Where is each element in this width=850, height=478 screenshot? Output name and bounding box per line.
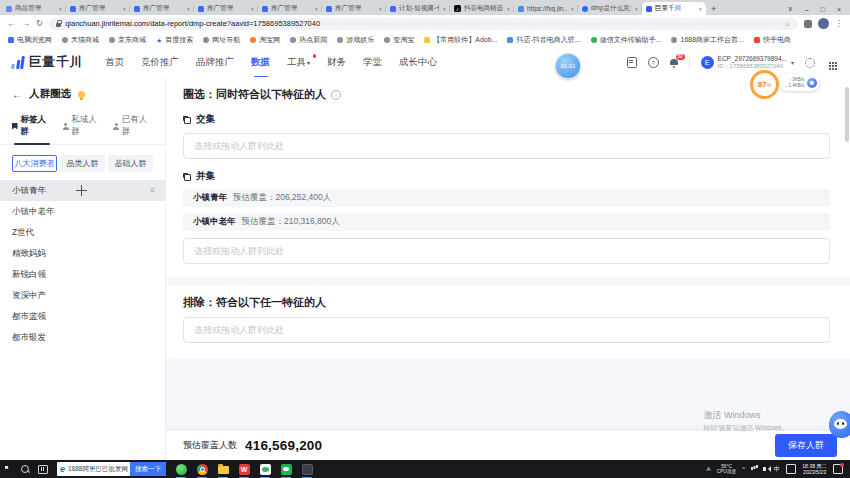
union-row[interactable]: 小镇中老年 预估覆盖：210,316,800人 [183,213,830,231]
timer-overlay[interactable]: 01:01 [555,53,581,79]
start-button-icon[interactable] [5,466,12,473]
list-item[interactable]: Z世代 [0,222,165,243]
browser-tab[interactable]: 商品管理× [2,2,66,15]
union-row[interactable]: 小镇青年 预估覆盖：206,252,400人 [183,189,830,207]
scrollbar-thumb[interactable] [845,87,849,142]
help-icon[interactable]: ? [648,57,659,68]
new-tab-button[interactable]: + [711,4,716,15]
browser-menu-icon[interactable]: ⋮ [835,19,844,28]
tab-close-icon[interactable]: × [314,6,318,12]
nav-data-active[interactable]: 数据 [251,56,270,69]
nav-home[interactable]: 首页 [105,56,124,69]
drag-handle-icon[interactable]: ≡ [150,180,155,201]
bookmark[interactable]: 电脑浏览网 [8,35,52,45]
browser-tab[interactable]: dmp是什么意思× [578,2,642,15]
bookmark[interactable]: 爱淘宝 [384,35,414,45]
ime-language[interactable]: 中 [774,465,781,474]
url-input[interactable]: qianchuan.jinritemai.com/data-report/dmp… [49,18,797,30]
list-item-selected[interactable]: 小镇青年≡ [0,180,165,201]
tab-close-icon[interactable]: × [506,6,510,12]
browser-tab[interactable]: 推广管理× [130,2,194,15]
filter-eight-consumers[interactable]: 八大消费者 [12,155,57,172]
browser-tab[interactable]: 推广管理× [194,2,258,15]
ime-indicator-icon[interactable]: A [707,466,711,472]
bookmark[interactable]: 1688商家工作台首... [671,35,743,45]
taskbar-search-icon[interactable] [21,465,29,473]
network-speed-overlay[interactable]: ↑ 3KB/s ↓ 1.4KB/s [779,74,820,91]
exclude-dropzone[interactable]: 选择或拖动人群到此处 [183,317,830,343]
file-explorer-icon[interactable] [217,463,229,475]
bookmark[interactable]: 天猫商城 [62,35,99,45]
nav-brand[interactable]: 品牌推广 [196,56,234,69]
close-icon[interactable]: × [837,6,841,13]
bookmark-star-icon[interactable]: ☆ [784,20,790,28]
forward-icon[interactable]: → [22,19,31,28]
wps-icon[interactable]: W [238,463,250,475]
list-item[interactable]: 都市蓝领 [0,306,165,327]
list-item[interactable]: 精致妈妈 [0,243,165,264]
bell-icon[interactable]: 52 [670,59,678,67]
refresh-icon[interactable]: ↻ [36,19,43,28]
tray-expand-icon[interactable]: ^ [742,466,745,472]
tab-close-icon[interactable]: × [634,6,638,12]
search-go-button[interactable]: 搜索一下 [130,462,166,476]
bookmark[interactable]: 游戏娱乐 [337,35,374,45]
battery-percent-overlay[interactable]: 87% [750,70,779,99]
minimize-icon[interactable]: – [805,6,809,13]
extensions-icon[interactable] [804,20,812,28]
union-dropzone[interactable]: 选择或拖动人群到此处 [183,238,830,264]
nav-school[interactable]: 学堂 [363,56,382,69]
browser-tab[interactable]: https://fxg.jin...× [514,2,578,15]
save-audience-button[interactable]: 保存人群 [775,434,837,457]
tab-close-icon[interactable]: × [250,6,254,12]
lightbulb-icon[interactable] [78,91,85,98]
nav-finance[interactable]: 财务 [327,56,346,69]
intersect-dropzone[interactable]: 选择或拖动人群到此处 [183,133,830,159]
account-menu[interactable]: E ECP_2972669379894... ID：17586953895270… [701,55,794,70]
bookmark[interactable]: 抖店-抖音电商入驻... [507,35,580,45]
list-item[interactable]: 资深中产 [0,285,165,306]
browser-tab[interactable]: 推广管理× [66,2,130,15]
bookmark[interactable]: 【常用软件】Adob... [424,35,497,45]
browser-tab[interactable]: 计划-短视频-卡...× [386,2,450,15]
list-item[interactable]: 小镇中老年 [0,201,165,222]
list-item[interactable]: 新锐白领 [0,264,165,285]
filter-basic-audience[interactable]: 基础人群 [108,155,153,172]
bookmark[interactable]: 网址导航 [203,35,240,45]
bookmark[interactable]: 微信文件传输助手... [591,35,662,45]
bookmark[interactable]: 京东商城 [109,35,146,45]
bookmark[interactable]: 快手电商 [754,35,791,45]
nav-tools[interactable]: 工具▾ [287,56,310,69]
tab-close-icon[interactable]: × [698,6,702,12]
task-view-icon[interactable] [38,465,48,474]
info-icon[interactable]: i [331,90,341,100]
browser-tab[interactable]: ♪抖音电商精选...× [450,2,514,15]
nav-growth[interactable]: 成长中心 [399,56,437,69]
bookmark[interactable]: 淘宝网 [250,35,280,45]
apps-grid-icon[interactable] [829,62,831,64]
tab-close-icon[interactable]: × [186,6,190,12]
tray-panel-icon[interactable] [786,464,796,474]
tab-close-icon[interactable]: × [378,6,382,12]
clock[interactable]: 18:38 周二2023/5/23 [802,463,827,475]
maximize-icon[interactable]: □ [821,6,825,13]
app-center-icon[interactable] [627,57,637,68]
browser-tab[interactable]: 推广管理× [258,2,322,15]
cpu-temp-widget[interactable]: 56°CCPU温度 [717,464,737,475]
app-360-icon[interactable] [175,463,187,475]
browser-tab-active[interactable]: 巨量千川× [642,2,706,15]
wechat-icon[interactable] [259,463,271,475]
bookmark[interactable]: ★百度搜索 [156,35,193,45]
gear-icon[interactable] [805,58,815,68]
tab-label-audience[interactable]: 标签人群 [12,114,52,138]
tab-close-icon[interactable]: × [442,6,446,12]
brand-logo[interactable]: 巨量千川 [12,54,83,71]
browser-profile-avatar[interactable] [818,18,829,29]
tab-existing-audience[interactable]: 已有人群 [113,114,153,138]
network-icon[interactable] [751,467,753,470]
nav-bidding[interactable]: 竞价推广 [141,56,179,69]
chrome-icon[interactable] [196,463,208,475]
tab-search-icon[interactable]: ∨ [788,5,793,13]
taskbar-search-box[interactable]: e 1688阿里巴巴批发网 搜索一下 [57,462,166,476]
tab-close-icon[interactable]: × [570,6,574,12]
